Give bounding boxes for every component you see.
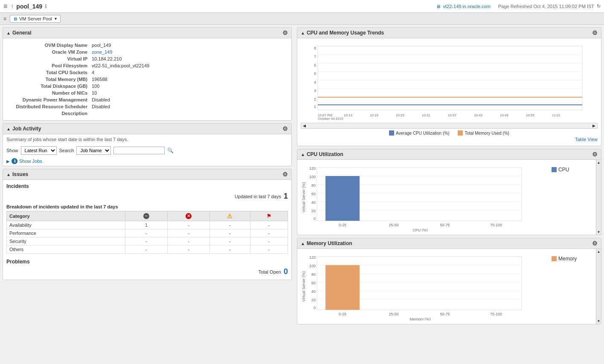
scroll-down-memory[interactable]: ▼ (596, 318, 601, 324)
col-icon3: ⚠ (209, 211, 250, 221)
job-activity-gear-icon[interactable]: ⚙ (282, 125, 288, 132)
remote-console-text[interactable]: vt22-149.in.oracle.com (443, 4, 491, 9)
info-row-nics: Number of NICs 10 (6, 90, 288, 96)
triangle-right-icon: ▶ (6, 159, 10, 164)
svg-text:20: 20 (311, 298, 316, 302)
svg-text:10:43: 10:43 (474, 113, 483, 117)
issues-header[interactable]: ▲ Issues ⚙ (3, 169, 291, 180)
avail-col4: - (250, 221, 288, 229)
chevron-down-icon: ▼ (54, 17, 58, 21)
memory-chart-svg: Virtual Server (%) 120 100 80 60 40 20 0 (301, 252, 548, 321)
cpu-swatch (389, 130, 394, 136)
incidents-table: Category − ✕ ⚠ ⚑ Availability 1 - - (6, 211, 288, 254)
trends-section-header[interactable]: ▲ CPU and Memory Usage Trends ⚙ (297, 28, 601, 38)
svg-text:4: 4 (314, 80, 316, 84)
info-row-pool-filesystem: Pool Filesystem vt22-51_india:pool_vt221… (6, 62, 288, 69)
cpu-legend-label: CPU (558, 167, 569, 173)
svg-text:80: 80 (311, 272, 316, 277)
trends-gear-icon[interactable]: ⚙ (592, 29, 598, 36)
general-section-header[interactable]: ▲ General ⚙ (3, 28, 291, 38)
svg-rect-44 (325, 176, 360, 221)
memory-gear-icon[interactable]: ⚙ (592, 240, 598, 247)
scroll-up-cpu[interactable]: ▲ (596, 160, 601, 165)
up-arrow-icon: ↑ (11, 3, 14, 10)
memory-scrollbar[interactable]: ▲ ▼ (596, 249, 601, 324)
table-row: Performance - - - - (7, 229, 288, 237)
scroll-down-cpu[interactable]: ▼ (596, 229, 601, 235)
svg-text:60: 60 (311, 192, 316, 196)
scroll-left-icon[interactable]: ◀ (303, 124, 306, 128)
cpu-utilization-section: ▲ CPU Utilization ⚙ Virtual Server (%) 1… (297, 149, 601, 235)
search-icon[interactable]: 🔍 (167, 147, 174, 153)
hamburger-icon[interactable]: ≡ (3, 3, 7, 10)
header: ≡ ↑ pool_149 ℹ 🖥 vt22-149.in.oracle.com … (0, 0, 604, 13)
job-activity-title: Job Activity (12, 126, 41, 132)
hamburger-toolbar-icon[interactable]: ≡ (3, 16, 6, 22)
scroll-right-icon[interactable]: ▶ (592, 124, 595, 128)
show-jobs-btn[interactable]: ▶ ℹ Show Jobs (3, 156, 291, 166)
svg-text:40: 40 (311, 289, 316, 294)
title-text: pool_149 (16, 3, 42, 10)
trend-scrollbar[interactable]: ◀ ▶ (301, 123, 598, 129)
svg-text:60: 60 (311, 281, 316, 285)
search-input[interactable] (113, 147, 165, 154)
cpu-utilization-header[interactable]: ▲ CPU Utilization ⚙ (297, 149, 601, 160)
avail-link[interactable]: 1 (145, 222, 148, 228)
updated-row: Updated in last 7 days 1 (6, 192, 288, 201)
server-pool-label: VM Server Pool (19, 16, 52, 21)
table-view-anchor[interactable]: Table View (575, 137, 598, 142)
scroll-up-memory[interactable]: ▲ (596, 249, 601, 254)
info-row-cpu-sockets: Total CPU Sockets 4 (6, 69, 288, 76)
total-open-row: Total Open 0 (6, 267, 288, 276)
collapse-triangle-job: ▲ (6, 127, 11, 131)
general-gear-icon[interactable]: ⚙ (282, 29, 288, 36)
svg-text:25-50: 25-50 (389, 312, 398, 316)
total-open-label: Total Open (258, 269, 281, 274)
collapse-triangle-general: ▲ (6, 31, 11, 35)
svg-text:50-75: 50-75 (440, 312, 450, 316)
svg-text:50-75: 50-75 (440, 223, 450, 227)
info-row-description: Description (6, 110, 288, 117)
show-select[interactable]: Latest Run (21, 146, 57, 155)
breakdown-title: Breakdown of incidents updated in the la… (6, 204, 288, 209)
problems-title: Problems (6, 259, 288, 265)
memory-chart-wrapper: Virtual Server (%) 120 100 80 60 40 20 0 (297, 249, 601, 324)
info-row-memory: Total Memory (MB) 196588 (6, 76, 288, 83)
svg-text:100: 100 (309, 175, 316, 179)
memory-utilization-header[interactable]: ▲ Memory Utilization ⚙ (297, 238, 601, 249)
zone-link[interactable]: zone_149 (92, 49, 112, 55)
server-pool-button[interactable]: 🖥 VM Server Pool ▼ (10, 15, 61, 23)
legend-memory-label: Total Memory Used (%) (465, 131, 509, 136)
trends-chart-svg: 8 7 6 5 4 3 2 1 (301, 42, 598, 121)
job-activity-header[interactable]: ▲ Job Activity ⚙ (3, 124, 291, 134)
right-panel: ▲ CPU and Memory Usage Trends ⚙ 8 7 6 5 … (294, 25, 604, 364)
job-activity-section: ▲ Job Activity ⚙ Summary of jobs whose s… (3, 123, 292, 166)
cpu-scrollbar[interactable]: ▲ ▼ (596, 160, 601, 235)
table-row: Availability 1 - - - (7, 221, 288, 229)
general-info-table: OVM Display Name pool_149 Oracle VM Zone… (3, 38, 291, 120)
svg-text:0: 0 (314, 217, 316, 221)
avail-col1: 1 (125, 221, 168, 229)
server-icon: 🖥 (13, 16, 17, 21)
svg-text:0-25: 0-25 (339, 312, 346, 316)
cpu-utilization-title: CPU Utilization (307, 151, 343, 157)
svg-text:75-100: 75-100 (490, 223, 502, 227)
svg-text:10:55: 10:55 (526, 113, 535, 117)
avail-col2: - (168, 221, 210, 229)
memory-legend-item: Memory (552, 256, 577, 262)
issues-gear-icon[interactable]: ⚙ (282, 171, 288, 178)
incident-count: 1 (284, 192, 288, 201)
svg-text:40: 40 (311, 200, 316, 205)
svg-text:10:25: 10:25 (396, 113, 405, 117)
search-field-select[interactable]: Job Name (76, 146, 111, 155)
info-row-zone: Oracle VM Zone zone_149 (6, 49, 288, 55)
table-view-link[interactable]: Table View (301, 136, 598, 142)
cpu-legend: CPU (552, 167, 569, 231)
svg-rect-65 (325, 265, 360, 310)
refresh-icon[interactable]: ↻ (597, 3, 601, 9)
svg-text:10:49: 10:49 (500, 113, 509, 117)
collapse-triangle-cpu: ▲ (301, 152, 305, 157)
col-icon1: − (125, 211, 168, 221)
cpu-gear-icon[interactable]: ⚙ (592, 151, 598, 158)
svg-text:2: 2 (314, 97, 316, 101)
